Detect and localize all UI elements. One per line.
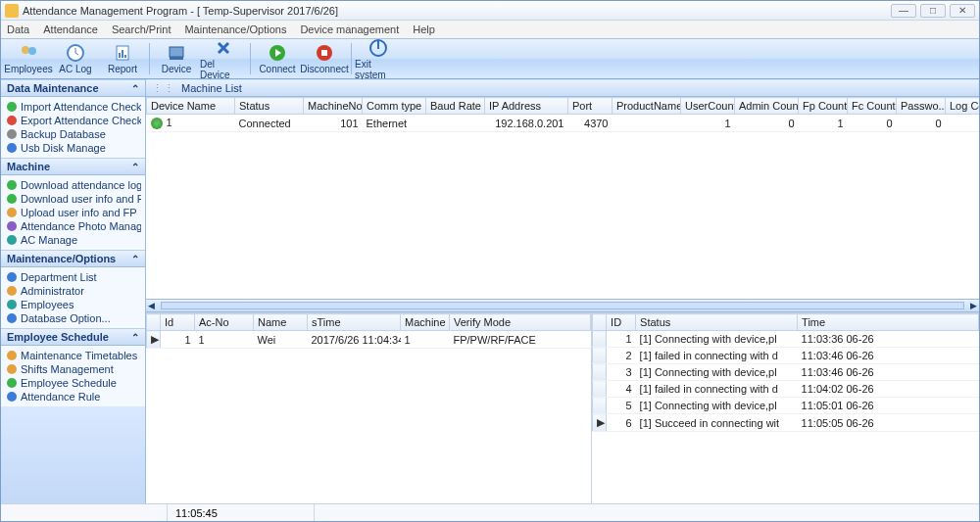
col-passwo[interactable]: Passwo...	[897, 98, 946, 115]
panel-machine[interactable]: Machine ⌃	[1, 158, 145, 175]
sidebar-item-import-att[interactable]: Import Attendance Checking Data	[5, 100, 141, 114]
col-product[interactable]: ProductName	[612, 98, 681, 115]
photo-icon	[7, 221, 17, 231]
maximize-button[interactable]: □	[920, 4, 946, 18]
status-seg-3	[315, 504, 979, 521]
device-row[interactable]: 1 Connected 101 Ethernet 192.168.0.201 4…	[147, 115, 980, 132]
device-icon	[167, 43, 186, 63]
rule-icon	[7, 392, 17, 402]
col-ip[interactable]: IP Address	[485, 98, 568, 115]
log-row[interactable]: 1[1] Connecting with device,pl11:03:36 0…	[593, 331, 979, 348]
sidebar-item-label: Employee Schedule	[21, 377, 117, 389]
log-row[interactable]: 5[1] Connecting with device,pl11:05:01 0…	[593, 398, 979, 414]
cell: 0	[735, 115, 799, 132]
col-name[interactable]: Name	[254, 314, 308, 331]
menu-device-management[interactable]: Device management	[300, 24, 399, 35]
upload-icon	[7, 208, 17, 217]
close-button[interactable]: ✕	[950, 4, 975, 18]
sidebar-item-upload-user[interactable]: Upload user info and FP	[5, 206, 141, 219]
scroll-right-icon[interactable]: ▶	[970, 301, 977, 310]
attendance-row[interactable]: ▶ 1 1 Wei 2017/6/26 11:04:34 1 FP/PW/RF/…	[147, 331, 591, 349]
sidebar-item-label: Upload user info and FP	[21, 207, 137, 218]
col-stime[interactable]: sTime	[308, 314, 401, 331]
sidebar-item-admin[interactable]: Administrator	[5, 284, 141, 298]
employees-label: Employees	[4, 64, 52, 74]
scroll-thumb[interactable]	[161, 302, 964, 309]
sidebar-item-emp-schedule[interactable]: Employee Schedule	[5, 376, 141, 390]
cell: 11:05:01 06-26	[798, 398, 979, 414]
col-verify[interactable]: Verify Mode	[450, 314, 591, 331]
col-fpcount[interactable]: Fp Count	[799, 98, 848, 115]
sidebar-item-employees[interactable]: Employees	[5, 298, 141, 311]
col-usercount[interactable]: UserCount	[681, 98, 735, 115]
panel-employee-schedule[interactable]: Employee Schedule ⌃	[1, 328, 145, 346]
sidebar-item-photo-mgmt[interactable]: Attendance Photo Management	[5, 219, 141, 233]
exit-button[interactable]: Exit system	[355, 39, 402, 78]
cell: FP/PW/RF/FACE	[450, 331, 591, 349]
device-grid[interactable]: Device Name Status MachineNo. Comm type …	[146, 97, 979, 299]
menu-data[interactable]: Data	[7, 24, 29, 35]
col-logcount[interactable]: Log Count	[946, 98, 980, 115]
sidebar-item-att-rule[interactable]: Attendance Rule	[5, 390, 141, 403]
col-log-time[interactable]: Time	[798, 314, 979, 331]
log-row[interactable]: ▶6[1] Succeed in connecting wit11:05:05 …	[593, 414, 979, 432]
col-machine[interactable]: Machine	[401, 314, 450, 331]
del-device-button[interactable]: Del Device	[200, 39, 247, 78]
horizontal-scrollbar[interactable]: ◀ ▶	[146, 299, 979, 312]
panel-title: Employee Schedule	[7, 331, 109, 343]
col-admincount[interactable]: Admin Count	[735, 98, 799, 115]
chevron-up-icon: ⌃	[131, 332, 139, 343]
col-baud[interactable]: Baud Rate	[426, 98, 485, 115]
aclog-button[interactable]: AC Log	[52, 39, 99, 78]
sidebar-item-db-option[interactable]: Database Option...	[5, 311, 141, 325]
col-port[interactable]: Port	[568, 98, 612, 115]
col-comm-type[interactable]: Comm type	[363, 98, 426, 115]
sidebar-item-export-att[interactable]: Export Attendance Checking Data	[5, 114, 141, 127]
log-grid[interactable]: ID Status Time 1[1] Connecting with devi…	[592, 313, 979, 503]
cell: 1	[401, 331, 450, 349]
sidebar-item-download-user[interactable]: Download user info and Fp	[5, 192, 141, 206]
col-status[interactable]: Status	[235, 98, 304, 115]
minimize-button[interactable]: —	[891, 4, 916, 18]
menu-attendance[interactable]: Attendance	[43, 24, 98, 35]
sidebar-item-shifts[interactable]: Shifts Management	[5, 362, 141, 376]
col-fccount[interactable]: Fc Count	[848, 98, 897, 115]
col-id[interactable]: Id	[161, 314, 195, 331]
disconnect-button[interactable]: Disconnect	[301, 39, 348, 78]
sidebar-item-usb[interactable]: Usb Disk Manage	[5, 141, 141, 155]
col-device-name[interactable]: Device Name	[147, 98, 235, 115]
sidebar-item-timetables[interactable]: Maintenance Timetables	[5, 349, 141, 362]
connect-button[interactable]: Connect	[254, 39, 301, 78]
menu-help[interactable]: Help	[413, 24, 435, 35]
col-acno[interactable]: Ac-No	[195, 314, 254, 331]
scroll-left-icon[interactable]: ◀	[148, 301, 155, 310]
sidebar-item-download-logs[interactable]: Download attendance logs	[5, 178, 141, 192]
log-row[interactable]: 4[1] failed in connecting with d11:04:02…	[593, 381, 979, 398]
people-icon	[19, 43, 38, 63]
employees-button[interactable]: Employees	[5, 39, 52, 78]
panel-maintenance-options[interactable]: Maintenance/Options ⌃	[1, 250, 145, 267]
sidebar-item-dept-list[interactable]: Department List	[5, 270, 141, 284]
chevron-up-icon: ⌃	[131, 83, 139, 94]
log-row[interactable]: 3[1] Connecting with device,pl11:03:46 0…	[593, 364, 979, 381]
manage-icon	[7, 235, 17, 245]
log-pane: ID Status Time 1[1] Connecting with devi…	[592, 312, 979, 503]
title-bar: Attendance Management Program - [ Temp-S…	[1, 1, 979, 21]
attendance-grid[interactable]: Id Ac-No Name sTime Machine Verify Mode …	[146, 313, 591, 503]
col-log-status[interactable]: Status	[636, 314, 798, 331]
exit-label: Exit system	[355, 59, 402, 80]
backup-icon	[7, 129, 17, 139]
col-log-id[interactable]: ID	[607, 314, 636, 331]
panel-data-maintenance[interactable]: Data Maintenance ⌃	[1, 79, 145, 97]
col-machine-no[interactable]: MachineNo.	[304, 98, 363, 115]
menu-maintenance-options[interactable]: Maintenance/Options	[184, 24, 286, 35]
sidebar-item-label: Department List	[21, 271, 97, 283]
log-row[interactable]: 2[1] failed in connecting with d11:03:46…	[593, 348, 979, 364]
menu-search-print[interactable]: Search/Print	[112, 24, 172, 35]
report-button[interactable]: Report	[99, 39, 146, 78]
device-button[interactable]: Device	[153, 39, 200, 78]
svg-rect-6	[124, 55, 126, 58]
sidebar-item-ac-manage[interactable]: AC Manage	[5, 233, 141, 247]
sidebar-item-backup-db[interactable]: Backup Database	[5, 127, 141, 141]
svg-rect-7	[170, 47, 183, 57]
